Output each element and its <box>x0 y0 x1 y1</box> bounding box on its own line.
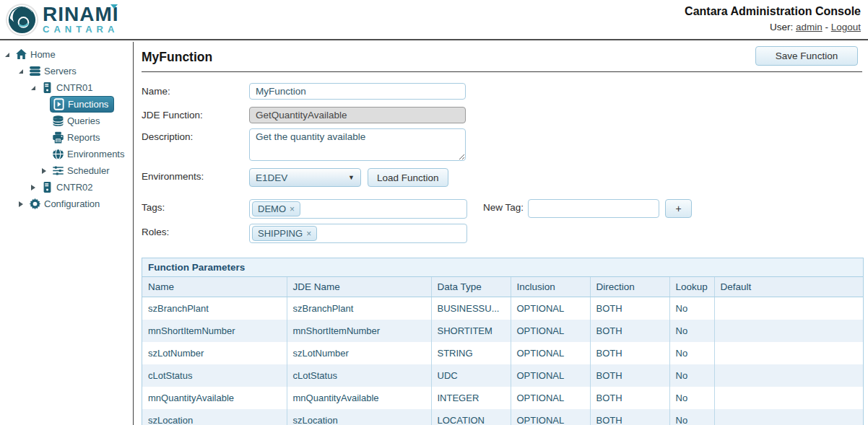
table-cell <box>714 364 863 387</box>
sidebar-item-label: Home <box>30 49 56 60</box>
load-function-button[interactable]: Load Function <box>368 168 448 187</box>
table-header-row: NameJDE NameData TypeInclusionDirectionL… <box>142 277 863 297</box>
sidebar-item-configuration[interactable]: Configuration <box>0 196 133 212</box>
caret-collapsed-icon[interactable] <box>15 201 27 207</box>
console-title: Cantara Administration Console <box>685 5 861 18</box>
tree-node: CNTR01 <box>39 80 98 95</box>
role-chip-label: SHIPPING <box>258 228 303 239</box>
table-cell: OPTIONAL <box>511 387 590 409</box>
brand-subtitle: CANTARA <box>43 24 119 35</box>
table-cell: OPTIONAL <box>511 342 590 364</box>
column-header-data-type: Data Type <box>431 277 511 297</box>
roles-input[interactable]: SHIPPING× <box>249 224 467 243</box>
caret-collapsed-icon[interactable] <box>27 185 39 190</box>
user-line: User: admin - Logout <box>685 22 861 32</box>
sidebar-item-reports[interactable]: Reports <box>0 129 133 146</box>
rinami-logo: RINAMI CANTARA <box>5 3 119 37</box>
role-chip: SHIPPING× <box>252 226 317 241</box>
table-row[interactable]: szLocationszLocationLOCATIONOPTIONALBOTH… <box>142 409 863 425</box>
chevron-down-icon: ▼ <box>348 174 355 181</box>
table-cell: BOTH <box>590 320 669 342</box>
column-header-direction: Direction <box>590 277 669 297</box>
table-cell: BOTH <box>590 342 669 364</box>
function-parameters-panel: Function Parameters NameJDE NameData Typ… <box>142 258 864 425</box>
column-header-inclusion: Inclusion <box>511 277 590 297</box>
tag-chip: DEMO× <box>252 201 300 216</box>
description-textarea[interactable]: Get the quantity available <box>249 128 466 161</box>
table-cell: BOTH <box>590 297 669 320</box>
sidebar-item-functions[interactable]: Functions <box>0 96 133 113</box>
name-input[interactable] <box>249 83 466 100</box>
sidebar-item-servers[interactable]: Servers <box>0 63 133 79</box>
sidebar-item-home[interactable]: Home <box>0 46 133 63</box>
tags-label: Tags: <box>142 199 249 213</box>
tags-input[interactable]: DEMO× <box>249 199 467 219</box>
table-cell: STRING <box>431 342 511 364</box>
table-cell <box>714 387 863 409</box>
table-cell: cLotStatus <box>142 364 287 387</box>
add-tag-button[interactable]: + <box>665 199 692 218</box>
sidebar-item-label: Scheduler <box>67 165 110 176</box>
table-cell: mnQuantityAvailable <box>287 387 431 409</box>
sidebar-item-queries[interactable]: Queries <box>0 113 133 129</box>
functions-icon <box>53 98 65 110</box>
navigation-tree: HomeServersCNTR01FunctionsQueriesReports… <box>0 42 134 425</box>
caret-expanded-icon[interactable] <box>27 86 39 90</box>
sidebar-item-cntr01[interactable]: CNTR01 <box>0 79 133 96</box>
table-cell: LOCATION <box>431 409 511 425</box>
home-icon <box>15 48 27 61</box>
table-cell: OPTIONAL <box>511 409 590 425</box>
table-cell: szLocation <box>142 409 287 425</box>
table-cell: No <box>669 409 714 425</box>
table-cell <box>714 320 863 342</box>
column-header-name: Name <box>142 277 287 297</box>
chip-remove-icon[interactable]: × <box>306 229 311 239</box>
user-admin-link[interactable]: admin <box>796 22 823 32</box>
environments-select[interactable]: E1DEV ▼ <box>249 168 361 187</box>
table-cell: OPTIONAL <box>511 320 590 342</box>
table-cell: BOTH <box>590 387 669 409</box>
caret-collapsed-icon[interactable] <box>38 168 50 174</box>
table-row[interactable]: mnShortItemNumbermnShortItemNumberSHORTI… <box>142 320 863 342</box>
sidebar-item-label: Servers <box>44 66 77 76</box>
tree-node: Servers <box>27 63 82 79</box>
table-row[interactable]: szBranchPlantszBranchPlantBUSINESSU...OP… <box>142 297 863 320</box>
new-tag-input[interactable] <box>528 199 659 218</box>
user-label: User: <box>770 22 793 32</box>
environments-icon <box>52 148 64 160</box>
save-function-button[interactable]: Save Function <box>755 46 858 66</box>
server-icon <box>41 181 53 193</box>
table-cell: BOTH <box>590 364 669 387</box>
name-label: Name: <box>142 83 249 97</box>
servers-icon <box>29 65 41 77</box>
configuration-icon <box>29 198 41 210</box>
table-row[interactable]: mnQuantityAvailablemnQuantityAvailableIN… <box>142 387 863 409</box>
table-row[interactable]: szLotNumberszLotNumberSTRINGOPTIONALBOTH… <box>142 342 863 364</box>
table-cell: No <box>669 297 714 320</box>
tree-node: Queries <box>50 113 105 128</box>
sidebar-item-cntr02[interactable]: CNTR02 <box>0 179 133 196</box>
table-cell: mnShortItemNumber <box>142 320 287 342</box>
table-cell: OPTIONAL <box>511 297 590 320</box>
caret-expanded-icon[interactable] <box>1 53 13 57</box>
table-cell <box>714 342 863 364</box>
table-row[interactable]: cLotStatuscLotStatusUDCOPTIONALBOTHNo <box>142 364 863 387</box>
rinami-swirl-icon <box>5 3 39 37</box>
environments-selected-value: E1DEV <box>256 172 287 183</box>
name-row: Name: <box>142 83 862 100</box>
sidebar-item-environments[interactable]: Environments <box>0 146 133 162</box>
sidebar-item-label: CNTR02 <box>56 182 93 193</box>
table-cell: mnShortItemNumber <box>287 320 431 342</box>
logout-link[interactable]: Logout <box>831 22 861 32</box>
sidebar-item-scheduler[interactable]: Scheduler <box>0 162 133 179</box>
reports-icon <box>52 131 64 144</box>
table-cell <box>714 297 863 320</box>
table-cell: OPTIONAL <box>511 364 590 387</box>
page-title-bar: MyFunction Save Function <box>142 46 862 72</box>
caret-expanded-icon[interactable] <box>15 69 27 74</box>
table-cell: mnQuantityAvailable <box>142 387 287 409</box>
roles-row: Roles: SHIPPING× <box>142 224 862 243</box>
main-content: MyFunction Save Function Name: JDE Funct… <box>134 42 868 425</box>
chip-remove-icon[interactable]: × <box>290 204 295 214</box>
environments-row: Environments: E1DEV ▼ Load Function <box>142 168 862 187</box>
